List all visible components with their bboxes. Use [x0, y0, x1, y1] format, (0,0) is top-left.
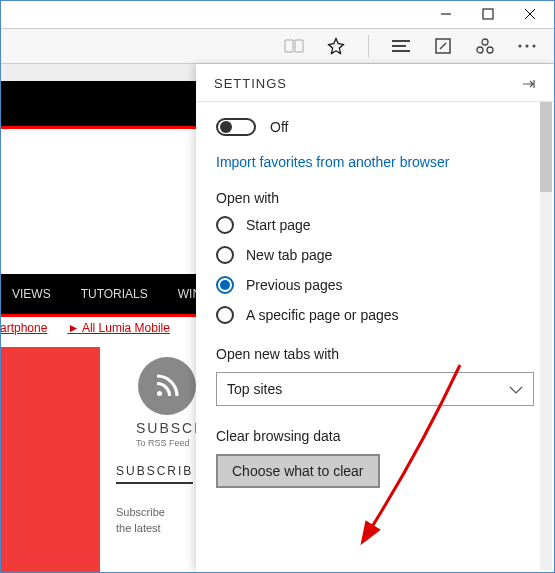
- sidebar-red-box: [0, 347, 100, 573]
- svg-line-8: [440, 43, 446, 49]
- radio-previous-pages[interactable]: Previous pages: [216, 276, 534, 294]
- open-with-label: Open with: [216, 190, 534, 206]
- svg-point-10: [477, 47, 483, 53]
- page-links: artphone ► All Lumia Mobile: [0, 321, 170, 335]
- maximize-button[interactable]: [481, 7, 495, 21]
- page-link[interactable]: ► All Lumia Mobile: [67, 321, 170, 335]
- chevron-down-icon: [509, 381, 523, 397]
- panel-title: SETTINGS: [214, 76, 287, 91]
- nav-item[interactable]: VIEWS: [12, 287, 51, 301]
- toggle-label: Off: [270, 119, 288, 135]
- radio-new-tab[interactable]: New tab page: [216, 246, 534, 264]
- toggle-row: Off: [216, 118, 534, 136]
- toggle-switch[interactable]: [216, 118, 256, 136]
- choose-what-to-clear-button[interactable]: Choose what to clear: [216, 454, 380, 488]
- svg-rect-1: [483, 9, 493, 19]
- subscribe-text: the latest: [116, 522, 161, 534]
- button-label: Choose what to clear: [232, 463, 364, 479]
- panel-header: SETTINGS: [196, 64, 554, 102]
- close-button[interactable]: [523, 7, 537, 21]
- toggle-knob: [220, 121, 232, 133]
- open-tabs-select[interactable]: Top sites: [216, 372, 534, 406]
- more-icon[interactable]: [517, 36, 537, 56]
- minimize-button[interactable]: [439, 7, 453, 21]
- reading-view-icon[interactable]: [284, 36, 304, 56]
- radio-icon: [216, 246, 234, 264]
- radio-start-page[interactable]: Start page: [216, 216, 534, 234]
- radio-icon: [216, 216, 234, 234]
- share-icon[interactable]: [475, 36, 495, 56]
- radio-specific-page[interactable]: A specific page or pages: [216, 306, 534, 324]
- subscribe-subtext: To RSS Feed: [136, 438, 190, 448]
- pin-icon[interactable]: [522, 77, 536, 91]
- browser-toolbar: [0, 28, 555, 64]
- subscribe-heading-2: SUBSCRIB: [116, 464, 193, 484]
- clear-data-label: Clear browsing data: [216, 428, 534, 444]
- radio-label: A specific page or pages: [246, 307, 399, 323]
- select-value: Top sites: [227, 381, 282, 397]
- favorites-star-icon[interactable]: [326, 36, 346, 56]
- radio-label: New tab page: [246, 247, 332, 263]
- svg-point-15: [157, 391, 162, 396]
- toolbar-divider: [368, 35, 369, 57]
- page-link[interactable]: artphone: [0, 321, 47, 335]
- subscribe-text: Subscribe: [116, 506, 165, 518]
- svg-point-9: [482, 39, 488, 45]
- import-favorites-link[interactable]: Import favorites from another browser: [216, 154, 534, 170]
- svg-point-13: [526, 45, 529, 48]
- svg-point-14: [533, 45, 536, 48]
- webnote-icon[interactable]: [433, 36, 453, 56]
- panel-body: Off Import favorites from another browse…: [196, 102, 554, 572]
- open-with-radios: Start page New tab page Previous pages A…: [216, 216, 534, 324]
- radio-icon: [216, 306, 234, 324]
- radio-icon: [216, 276, 234, 294]
- hub-icon[interactable]: [391, 36, 411, 56]
- radio-label: Start page: [246, 217, 311, 233]
- rss-circle-icon[interactable]: [138, 357, 196, 415]
- window-titlebar: [0, 0, 555, 28]
- radio-label: Previous pages: [246, 277, 343, 293]
- svg-point-12: [519, 45, 522, 48]
- nav-item[interactable]: TUTORIALS: [81, 287, 148, 301]
- open-tabs-label: Open new tabs with: [216, 346, 534, 362]
- svg-point-11: [487, 47, 493, 53]
- settings-panel: SETTINGS Off Import favorites from anoth…: [196, 64, 554, 572]
